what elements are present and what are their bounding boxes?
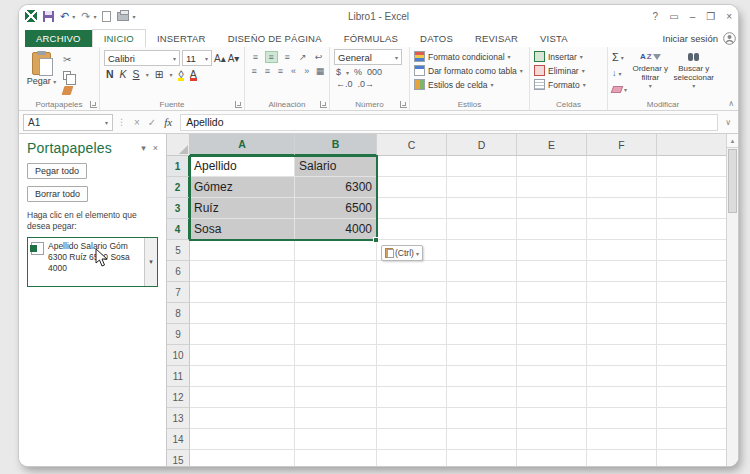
cell-F11[interactable] bbox=[587, 366, 657, 387]
cell-E3[interactable] bbox=[517, 198, 587, 219]
format-cells-button[interactable]: Formato▾ bbox=[534, 79, 603, 90]
cell-D8[interactable] bbox=[447, 303, 517, 324]
cell-D3[interactable] bbox=[447, 198, 517, 219]
decrease-font-size-button[interactable]: A▾ bbox=[228, 53, 240, 64]
formula-input[interactable]: Apellido bbox=[180, 114, 718, 131]
row-header-7[interactable]: 7 bbox=[167, 282, 190, 303]
find-select-button[interactable]: Buscar y seleccionar ▾ bbox=[674, 50, 714, 97]
cell-E15[interactable] bbox=[517, 450, 587, 466]
cell-D11[interactable] bbox=[447, 366, 517, 387]
row-header-14[interactable]: 14 bbox=[167, 429, 190, 450]
cell-A4[interactable]: Sosa bbox=[190, 219, 295, 240]
clipboard-item-dropdown[interactable]: ▾ bbox=[144, 238, 157, 286]
increase-decimal-button[interactable]: ←.0 bbox=[336, 79, 353, 89]
underline-button[interactable]: S bbox=[133, 68, 140, 80]
confirm-entry-button[interactable]: ✓ bbox=[148, 117, 156, 128]
format-as-table-button[interactable]: Dar formato como tabla▾ bbox=[414, 65, 525, 76]
customize-qat-button[interactable]: ▾ bbox=[132, 13, 135, 20]
cancel-entry-button[interactable]: × bbox=[134, 117, 140, 128]
cell-C4[interactable] bbox=[377, 219, 447, 240]
cell-E7[interactable] bbox=[517, 282, 587, 303]
align-bottom-button[interactable]: ≡ bbox=[281, 51, 294, 63]
cell-A2[interactable]: Gómez bbox=[190, 177, 295, 198]
cell-B12[interactable] bbox=[295, 387, 377, 408]
cell-B5[interactable] bbox=[295, 240, 377, 261]
cell-C15[interactable] bbox=[377, 450, 447, 466]
row-header-8[interactable]: 8 bbox=[167, 303, 190, 324]
cell-overflow-15[interactable] bbox=[657, 450, 726, 466]
cell-F12[interactable] bbox=[587, 387, 657, 408]
cell-F6[interactable] bbox=[587, 261, 657, 282]
cell-C2[interactable] bbox=[377, 177, 447, 198]
cell-A6[interactable] bbox=[190, 261, 295, 282]
cell-B6[interactable] bbox=[295, 261, 377, 282]
cell-F10[interactable] bbox=[587, 345, 657, 366]
paste-all-button[interactable]: Pegar todo bbox=[27, 163, 87, 179]
orientation-button[interactable]: ↗ bbox=[296, 51, 309, 63]
cell-E14[interactable] bbox=[517, 429, 587, 450]
number-dialog-launcher[interactable] bbox=[400, 101, 407, 108]
fill-button[interactable]: ↓▾ bbox=[612, 66, 627, 80]
tab-diseño-de-página[interactable]: DISEÑO DE PÁGINA bbox=[217, 30, 333, 47]
cell-D10[interactable] bbox=[447, 345, 517, 366]
cell-E4[interactable] bbox=[517, 219, 587, 240]
vertical-scrollbar[interactable]: ▲ bbox=[726, 134, 738, 466]
row-header-15[interactable]: 15 bbox=[167, 450, 190, 466]
cell-A9[interactable] bbox=[190, 324, 295, 345]
cell-E10[interactable] bbox=[517, 345, 587, 366]
cell-A15[interactable] bbox=[190, 450, 295, 466]
cell-D4[interactable] bbox=[447, 219, 517, 240]
cell-C6[interactable] bbox=[377, 261, 447, 282]
cell-overflow-6[interactable] bbox=[657, 261, 726, 282]
task-pane-close-button[interactable]: × bbox=[153, 143, 158, 153]
borders-caret-icon[interactable]: ▾ bbox=[169, 71, 172, 78]
cell-D12[interactable] bbox=[447, 387, 517, 408]
close-button[interactable]: × bbox=[726, 11, 732, 22]
insert-function-button[interactable]: fx bbox=[164, 116, 172, 128]
restore-button[interactable]: ❐ bbox=[706, 11, 715, 22]
sign-in[interactable]: Iniciar sesión bbox=[663, 32, 736, 47]
cell-B8[interactable] bbox=[295, 303, 377, 324]
cell-F8[interactable] bbox=[587, 303, 657, 324]
cell-A8[interactable] bbox=[190, 303, 295, 324]
expand-formula-bar-button[interactable]: ∨ bbox=[722, 118, 734, 127]
cell-overflow-2[interactable] bbox=[657, 177, 726, 198]
cell-overflow-8[interactable] bbox=[657, 303, 726, 324]
cell-D9[interactable] bbox=[447, 324, 517, 345]
font-name-select[interactable]: Calibri▾ bbox=[104, 50, 180, 66]
fill-handle[interactable] bbox=[373, 237, 379, 243]
row-header-13[interactable]: 13 bbox=[167, 408, 190, 429]
cell-overflow-12[interactable] bbox=[657, 387, 726, 408]
help-button[interactable]: ? bbox=[653, 11, 659, 22]
redo-button[interactable]: ↷ bbox=[81, 11, 90, 22]
cell-C9[interactable] bbox=[377, 324, 447, 345]
clipboard-dialog-launcher[interactable] bbox=[90, 101, 97, 108]
merge-center-button[interactable]: ▦ bbox=[315, 65, 325, 77]
cell-A10[interactable] bbox=[190, 345, 295, 366]
cell-B9[interactable] bbox=[295, 324, 377, 345]
row-header-1[interactable]: 1 bbox=[167, 156, 190, 177]
cell-F13[interactable] bbox=[587, 408, 657, 429]
cell-A7[interactable] bbox=[190, 282, 295, 303]
row-header-11[interactable]: 11 bbox=[167, 366, 190, 387]
scroll-up-button[interactable]: ▲ bbox=[727, 134, 738, 148]
underline-caret-icon[interactable]: ▾ bbox=[146, 71, 149, 78]
delete-cells-button[interactable]: Eliminar▾ bbox=[534, 65, 603, 76]
row-header-5[interactable]: 5 bbox=[167, 240, 190, 261]
cell-D6[interactable] bbox=[447, 261, 517, 282]
row-header-6[interactable]: 6 bbox=[167, 261, 190, 282]
undo-button[interactable]: ↶ bbox=[60, 11, 69, 22]
paste-options-button[interactable]: (Ctrl) ▾ bbox=[381, 245, 423, 261]
percent-style-button[interactable]: % bbox=[354, 67, 362, 77]
cell-D14[interactable] bbox=[447, 429, 517, 450]
cell-F9[interactable] bbox=[587, 324, 657, 345]
column-header-D[interactable]: D bbox=[447, 134, 517, 156]
cell-B14[interactable] bbox=[295, 429, 377, 450]
cell-F4[interactable] bbox=[587, 219, 657, 240]
column-header-C[interactable]: C bbox=[377, 134, 447, 156]
save-button[interactable] bbox=[43, 11, 54, 22]
redo-caret-icon[interactable]: ▾ bbox=[93, 13, 96, 20]
minimize-button[interactable]: – bbox=[690, 11, 696, 22]
borders-button[interactable]: ⊞ bbox=[155, 68, 164, 80]
cell-D2[interactable] bbox=[447, 177, 517, 198]
